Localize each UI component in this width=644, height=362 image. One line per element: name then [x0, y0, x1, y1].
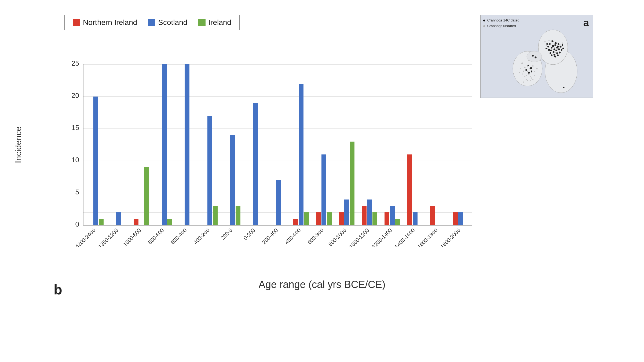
legend-dated-text: Crannogs 14C dated [487, 18, 519, 22]
bar-sc-8 [276, 180, 281, 225]
bar-ni-11 [339, 212, 344, 225]
x-label-1: 1350-1200 [97, 227, 119, 247]
svg-point-83 [531, 71, 532, 72]
bar-ir-0 [99, 219, 104, 225]
bar-sc-9 [299, 84, 303, 225]
legend-item-scotland: Scotland [148, 18, 187, 27]
x-label-0: 4200-2400 [74, 227, 97, 247]
svg-point-49 [563, 47, 564, 48]
legend: Northern Ireland Scotland Ireland [64, 15, 240, 30]
svg-point-13 [520, 68, 521, 69]
svg-point-58 [555, 50, 557, 51]
x-label-10: 600-800 [306, 227, 324, 245]
x-label-13: 1200-1400 [371, 227, 393, 247]
bar-ni-14 [407, 154, 412, 225]
chart-svg: 0 5 10 15 20 25 [62, 43, 486, 247]
svg-point-67 [558, 43, 559, 45]
svg-point-78 [548, 49, 550, 51]
x-label-3: 800-600 [147, 227, 165, 245]
svg-point-75 [554, 56, 556, 58]
bar-sc-7 [253, 103, 258, 225]
bar-ir-13 [395, 219, 400, 225]
svg-point-20 [526, 79, 527, 80]
x-label-2: 1000-800 [122, 227, 142, 247]
svg-point-33 [554, 43, 555, 44]
bar-ir-10 [327, 212, 332, 225]
bar-ir-11 [350, 142, 354, 225]
bar-ir-12 [372, 212, 377, 225]
legend-color-ireland [198, 19, 206, 26]
svg-point-37 [554, 47, 555, 48]
x-label-12: 1000-1200 [348, 227, 370, 247]
x-label-9: 400-600 [284, 227, 302, 245]
svg-point-41 [555, 52, 557, 53]
svg-point-30 [544, 41, 546, 43]
svg-point-84 [535, 57, 537, 58]
svg-point-69 [554, 54, 555, 56]
y-axis-label: Incidence [13, 43, 24, 247]
bar-sc-12 [367, 200, 372, 225]
map-inset: a Crannogs 14C dated Crannogs undated [480, 15, 593, 98]
svg-point-35 [547, 48, 548, 49]
svg-point-61 [547, 46, 549, 47]
x-label-4: 600-400 [170, 227, 188, 245]
svg-point-22 [531, 77, 532, 79]
svg-text:20: 20 [71, 91, 79, 99]
svg-point-25 [519, 72, 520, 73]
svg-point-82 [528, 72, 530, 74]
svg-point-7 [527, 71, 528, 72]
svg-point-9 [523, 71, 524, 72]
bar-ir-5 [213, 206, 218, 225]
svg-point-70 [556, 52, 558, 54]
bar-ni-12 [362, 206, 367, 225]
bar-sc-10 [321, 154, 326, 225]
legend-label-northern-ireland: Northern Ireland [83, 18, 137, 27]
svg-point-57 [553, 51, 555, 53]
bar-ni-16 [453, 212, 458, 225]
legend-label-ireland: Ireland [208, 18, 231, 27]
bar-sc-5 [207, 116, 212, 225]
svg-point-28 [530, 80, 531, 81]
svg-point-77 [546, 48, 547, 49]
bar-sc-16 [458, 212, 463, 225]
x-label-6: 200-0 [219, 227, 233, 241]
chart-area: 0 5 10 15 20 25 [62, 43, 486, 247]
bar-ir-3 [167, 219, 172, 225]
svg-point-55 [554, 49, 555, 50]
svg-point-62 [560, 46, 562, 48]
legend-item-northern-ireland: Northern Ireland [73, 18, 137, 27]
bar-sc-1 [116, 212, 121, 225]
x-label-16: 1800-2000 [439, 227, 462, 247]
legend-label-scotland: Scotland [158, 18, 187, 27]
svg-point-64 [562, 44, 563, 46]
bar-sc-4 [185, 64, 189, 225]
svg-point-54 [551, 47, 552, 49]
bar-ni-10 [316, 212, 321, 225]
bar-sc-11 [344, 200, 349, 225]
svg-point-6 [524, 67, 526, 68]
bar-sc-0 [93, 97, 98, 225]
svg-point-18 [534, 71, 535, 72]
bar-sc-13 [390, 206, 395, 225]
bar-sc-14 [413, 212, 418, 225]
x-label-14: 1400-1600 [394, 227, 416, 247]
svg-point-63 [546, 43, 548, 45]
svg-point-71 [559, 52, 561, 54]
x-axis-label: Age range (cal yrs BCE/CE) [0, 279, 644, 290]
main-container: Northern Ireland Scotland Ireland [0, 0, 644, 362]
x-label-5: 400-200 [192, 227, 210, 245]
svg-point-5 [521, 62, 523, 64]
svg-point-74 [551, 54, 552, 56]
svg-point-86 [563, 87, 565, 88]
svg-point-48 [562, 43, 563, 44]
svg-point-24 [536, 68, 538, 69]
x-label-11: 800-1000 [327, 227, 347, 247]
svg-text:5: 5 [75, 188, 79, 196]
svg-point-10 [526, 75, 527, 76]
map-label-a: a [583, 17, 589, 29]
svg-text:15: 15 [71, 124, 79, 132]
svg-point-12 [531, 72, 532, 73]
svg-point-29 [532, 79, 533, 80]
map-legend: Crannogs 14C dated Crannogs undated [483, 18, 519, 29]
svg-point-47 [559, 51, 560, 52]
